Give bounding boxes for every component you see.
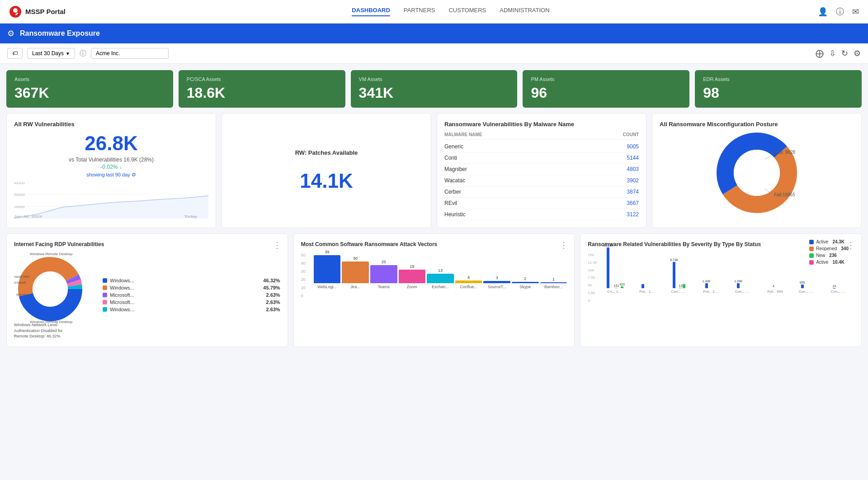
attack-y-axis: 50403020100 <box>301 253 306 298</box>
legend-color-dot <box>103 278 107 283</box>
malware-name: Cerber <box>444 189 461 195</box>
severity-bar-top-label: 1.42K <box>703 280 711 283</box>
attack-bar-wrap: 3 SourceT... <box>483 276 510 289</box>
posture-pass-label: Pass: 9828 <box>773 150 795 155</box>
company-filter-input[interactable] <box>91 48 169 59</box>
severity-bar-wrap: 6.72K <box>670 258 678 289</box>
legend-label: Windows... <box>110 307 134 312</box>
stat-assets-label: Assets <box>14 76 165 82</box>
attack-menu-icon[interactable]: ⋮ <box>560 240 568 250</box>
rdp-menu-icon[interactable]: ⋮ <box>273 240 281 250</box>
malware-row[interactable]: REvil3667 <box>444 198 639 209</box>
malware-header: MALWARE NAME COUNT <box>444 132 639 139</box>
attack-chart-container: 50403020100 39 WebLogi... 30 Jira... 25 … <box>301 253 567 298</box>
malware-name: REvil <box>444 200 457 206</box>
svg-text:30000: 30000 <box>14 182 25 185</box>
severity-bar-wrap: 1.29K <box>734 280 742 288</box>
bar-value: 3 <box>496 276 498 280</box>
attack-bars: 39 WebLogi... 30 Jira... 25 Teams 19 Zoo… <box>312 253 567 298</box>
severity-group: 1.29KCon... 1.94K <box>728 247 759 294</box>
stat-assets[interactable]: Assets 367K <box>6 70 173 108</box>
stat-vm[interactable]: VM Assets 341K <box>351 70 518 108</box>
stat-pcsca[interactable]: PC/SCA Assets 18.6K <box>179 70 345 108</box>
bar <box>540 282 567 283</box>
rdp-title: Internet Facing RDP Vulnerabilities <box>14 241 280 247</box>
stat-edr-value: 98 <box>703 85 854 101</box>
posture-donut: Pass: 9828 Fail:19865 <box>660 132 854 214</box>
date-range-label: Last 30 Days <box>32 50 64 57</box>
settings-icon[interactable]: ⚙ <box>854 48 861 58</box>
severity-title: Ransomware Related Vulnerabilities By Se… <box>588 241 774 247</box>
bar-label: SourceT... <box>488 285 506 289</box>
bar <box>314 255 341 283</box>
nav-customers[interactable]: CUSTOMERS <box>448 7 486 16</box>
malware-row[interactable]: Magniber4803 <box>444 164 639 175</box>
malware-row[interactable]: Cerber3874 <box>444 186 639 198</box>
severity-group-label: Pot... 1.07K <box>639 290 656 294</box>
bar-label: Bamboo... <box>544 285 563 289</box>
bar-value: 30 <box>353 256 358 261</box>
filters-bar: 🏷 Last 30 Days ▼ ⓘ ⨁ ⇩ ↻ ⚙ <box>0 43 868 64</box>
rw-vuln-link[interactable]: showing last 90 day ⚙ <box>14 172 208 178</box>
rw-vuln-value: 26.8K <box>14 132 208 155</box>
rdp-card: Internet Facing RDP Vulnerabilities ⋮ Wi… <box>6 233 288 347</box>
download-icon[interactable]: ⇩ <box>829 48 836 58</box>
severity-bar-top-label: 955 <box>800 281 805 284</box>
severity-legend-item: Active24.3K <box>809 239 849 244</box>
severity-bar-wrap: 1.42K <box>703 280 711 288</box>
malware-row[interactable]: Generic9005 <box>444 141 639 152</box>
mail-icon[interactable]: ✉ <box>852 7 859 17</box>
attack-bar-wrap: 4 Conflue... <box>455 275 482 289</box>
severity-bar-top-label: 1.29K <box>734 280 742 283</box>
bar-label: Skype <box>519 285 531 289</box>
stat-edr[interactable]: EDR Assets 98 <box>695 70 862 108</box>
severity-bar <box>621 286 623 288</box>
bar <box>455 280 482 283</box>
stats-row: Assets 367K PC/SCA Assets 18.6K VM Asset… <box>0 64 868 108</box>
severity-bar <box>607 247 609 288</box>
refresh-icon[interactable]: ↻ <box>841 48 848 58</box>
stat-pcsca-label: PC/SCA Assets <box>187 76 337 82</box>
nav-dashboard[interactable]: DASHBOARD <box>352 7 390 16</box>
svg-text:Window: Window <box>16 293 29 297</box>
rdp-legend-item: Windows...45.79% <box>103 285 280 290</box>
attack-vectors-card: Most Common Software Ransomware Attack V… <box>293 233 575 347</box>
legend-label: Microsoft... <box>110 292 134 298</box>
nav-partners[interactable]: PARTNERS <box>404 7 435 16</box>
help-icon[interactable]: ⓘ <box>836 6 844 17</box>
tag-filter-button[interactable]: 🏷 <box>7 48 23 59</box>
severity-bar <box>615 288 618 288</box>
malware-row[interactable]: Conti5144 <box>444 152 639 164</box>
user-icon[interactable]: 👤 <box>818 7 828 17</box>
filters-right: ⨁ ⇩ ↻ ⚙ <box>816 48 861 58</box>
malware-count: 9005 <box>627 143 639 150</box>
info-icon[interactable]: ⓘ <box>80 49 86 58</box>
malware-row[interactable]: Wacatac3902 <box>444 175 639 186</box>
severity-group: 6.72K13Con... 2.07K <box>664 247 694 294</box>
legend-color-dot <box>103 293 107 297</box>
bar-label: WebLogi... <box>317 285 337 289</box>
malware-table: MALWARE NAME COUNT Generic9005Conti5144M… <box>444 132 639 220</box>
add-icon[interactable]: ⨁ <box>816 48 824 58</box>
svg-text:0: 0 <box>14 216 15 219</box>
svg-text:Microsoft: Microsoft <box>14 280 26 285</box>
posture-fail-label: Fail:19865 <box>774 192 795 197</box>
rdp-legend-item: Microsoft...2.63% <box>103 299 280 305</box>
svg-text:20000: 20000 <box>14 193 25 196</box>
severity-bar-wrap: 19 <box>832 285 836 288</box>
malware-row[interactable]: Heuristic3122 <box>444 209 639 220</box>
nav-administration[interactable]: ADMINISTRATION <box>500 7 549 16</box>
malware-count: 3902 <box>627 177 639 184</box>
bar-value: 25 <box>382 260 386 264</box>
bottom-grid: Internet Facing RDP Vulnerabilities ⋮ Wi… <box>0 233 868 353</box>
severity-group-label: Pot... 650 <box>767 290 783 294</box>
svg-point-24 <box>33 271 68 307</box>
date-range-button[interactable]: Last 30 Days ▼ <box>27 48 75 59</box>
severity-bar <box>705 283 708 288</box>
bar-value: 13 <box>438 268 443 273</box>
attack-bar-wrap: 2 Skype <box>512 276 539 289</box>
posture-title: All Ransomware Misconfiguration Posture <box>660 121 854 128</box>
rw-vuln-title: All RW Vulnerabilities <box>14 121 208 128</box>
stat-pm[interactable]: PM Assets 96 <box>523 70 689 108</box>
malware-title: Ransomware Vulnerabilities By Malware Na… <box>444 121 639 128</box>
